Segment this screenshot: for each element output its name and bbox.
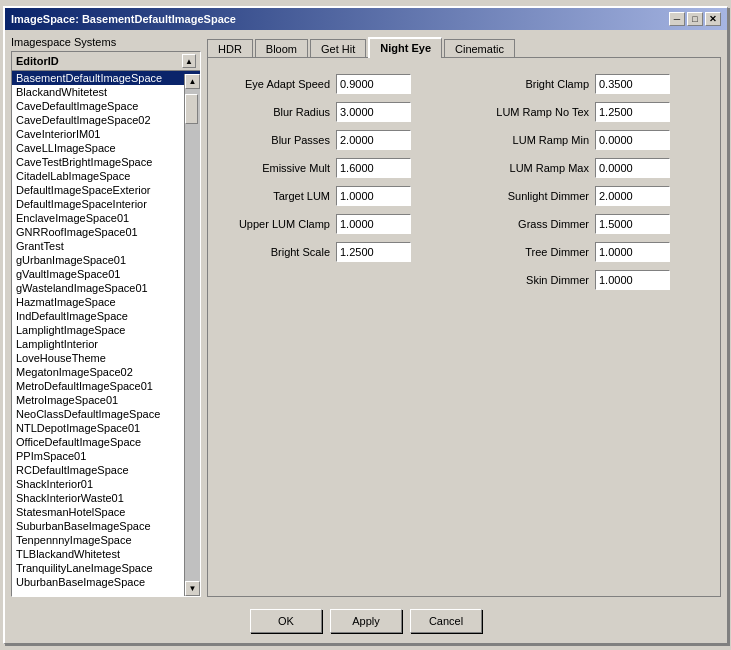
ok-button[interactable]: OK xyxy=(250,609,322,633)
list-item[interactable]: LamplightImageSpace xyxy=(12,323,200,337)
list-item[interactable]: CitadelLabImageSpace xyxy=(12,169,200,183)
list-item[interactable]: gWastelandImageSpace01 xyxy=(12,281,200,295)
field-input-lum-ramp-max[interactable] xyxy=(595,158,670,178)
list-item[interactable]: GNRRoofImageSpace01 xyxy=(12,225,200,239)
field-input-bright-scale[interactable] xyxy=(336,242,411,262)
form-row: Skin Dimmer xyxy=(479,270,708,290)
field-label-bright-scale: Bright Scale xyxy=(220,246,330,258)
form-row: LUM Ramp Min xyxy=(479,130,708,150)
list-item[interactable]: MetroDefaultImageSpace01 xyxy=(12,379,200,393)
field-label-tree-dimmer: Tree Dimmer xyxy=(479,246,589,258)
field-label-lum-ramp-max: LUM Ramp Max xyxy=(479,162,589,174)
form-left-column: Eye Adapt SpeedBlur RadiusBlur PassesEmi… xyxy=(220,74,449,298)
right-panel: HDRBloomGet HitNight EyeCinematic Eye Ad… xyxy=(207,36,721,597)
field-label-upper-lum-clamp: Upper LUM Clamp xyxy=(220,218,330,230)
list-item[interactable]: CaveLLImageSpace xyxy=(12,141,200,155)
field-input-eye-adapt-speed[interactable] xyxy=(336,74,411,94)
list-scroll-up-btn[interactable]: ▲ xyxy=(182,54,196,68)
panel-label: Imagespace Systems xyxy=(11,36,201,48)
field-input-skin-dimmer[interactable] xyxy=(595,270,670,290)
list-items: BasementDefaultImageSpaceBlackandWhitete… xyxy=(12,71,200,596)
field-label-grass-dimmer: Grass Dimmer xyxy=(479,218,589,230)
content-area: Imagespace Systems EditorID ▲ BasementDe… xyxy=(11,36,721,597)
scroll-track xyxy=(185,89,200,581)
list-item[interactable]: RCDefaultImageSpace xyxy=(12,463,200,477)
apply-button[interactable]: Apply xyxy=(330,609,402,633)
tab-bloom[interactable]: Bloom xyxy=(255,39,308,58)
list-item[interactable]: DefaultImageSpaceInterior xyxy=(12,197,200,211)
list-item[interactable]: IndDefaultImageSpace xyxy=(12,309,200,323)
list-item[interactable]: CaveInteriorIM01 xyxy=(12,127,200,141)
tab-content: Eye Adapt SpeedBlur RadiusBlur PassesEmi… xyxy=(207,57,721,597)
list-item[interactable]: NTLDepotImageSpace01 xyxy=(12,421,200,435)
list-item[interactable]: OfficeDefaultImageSpace xyxy=(12,435,200,449)
form-row: LUM Ramp Max xyxy=(479,158,708,178)
list-item[interactable]: GrantTest xyxy=(12,239,200,253)
list-item[interactable]: NeoClassDefaultImageSpace xyxy=(12,407,200,421)
field-input-blur-passes[interactable] xyxy=(336,130,411,150)
title-bar: ImageSpace: BasementDefaultImageSpace ─ … xyxy=(5,8,727,30)
window-title: ImageSpace: BasementDefaultImageSpace xyxy=(11,13,236,25)
list-item[interactable]: LoveHouseTheme xyxy=(12,351,200,365)
form-row: Upper LUM Clamp xyxy=(220,214,449,234)
tab-hdr[interactable]: HDR xyxy=(207,39,253,58)
list-item[interactable]: PPImSpace01 xyxy=(12,449,200,463)
scroll-down-btn[interactable]: ▼ xyxy=(185,581,200,596)
list-item[interactable]: BlackandWhitetest xyxy=(12,85,200,99)
field-input-lum-ramp-no-tex[interactable] xyxy=(595,102,670,122)
field-input-target-lum[interactable] xyxy=(336,186,411,206)
field-input-bright-clamp[interactable] xyxy=(595,74,670,94)
tab-night-eye[interactable]: Night Eye xyxy=(368,37,442,58)
field-label-lum-ramp-no-tex: LUM Ramp No Tex xyxy=(479,106,589,118)
form-grid: Eye Adapt SpeedBlur RadiusBlur PassesEmi… xyxy=(220,74,708,298)
tab-cinematic[interactable]: Cinematic xyxy=(444,39,515,58)
form-row: Eye Adapt Speed xyxy=(220,74,449,94)
close-button[interactable]: ✕ xyxy=(705,12,721,26)
form-row: Grass Dimmer xyxy=(479,214,708,234)
list-item[interactable]: TranquilityLaneImageSpace xyxy=(12,561,200,575)
list-item[interactable]: ShackInterior01 xyxy=(12,477,200,491)
list-item[interactable]: gUrbanImageSpace01 xyxy=(12,253,200,267)
field-input-lum-ramp-min[interactable] xyxy=(595,130,670,150)
field-input-blur-radius[interactable] xyxy=(336,102,411,122)
list-item[interactable]: gVaultImageSpace01 xyxy=(12,267,200,281)
list-item[interactable]: CaveDefaultImageSpace xyxy=(12,99,200,113)
list-item[interactable]: ShackInteriorWaste01 xyxy=(12,491,200,505)
minimize-button[interactable]: ─ xyxy=(669,12,685,26)
list-item[interactable]: StatesmanHotelSpace xyxy=(12,505,200,519)
list-container: EditorID ▲ BasementDefaultImageSpaceBlac… xyxy=(11,51,201,597)
form-row: Blur Radius xyxy=(220,102,449,122)
field-input-grass-dimmer[interactable] xyxy=(595,214,670,234)
list-item[interactable]: HazmatImageSpace xyxy=(12,295,200,309)
field-label-eye-adapt-speed: Eye Adapt Speed xyxy=(220,78,330,90)
scrollbar: ▲ ▼ xyxy=(184,74,200,596)
list-item[interactable]: UburbanBaseImageSpace xyxy=(12,575,200,589)
list-item[interactable]: MegatonImageSpace02 xyxy=(12,365,200,379)
list-header: EditorID ▲ xyxy=(12,52,200,71)
field-input-upper-lum-clamp[interactable] xyxy=(336,214,411,234)
list-item[interactable]: CaveDefaultImageSpace02 xyxy=(12,113,200,127)
list-item[interactable]: EnclaveImageSpace01 xyxy=(12,211,200,225)
scroll-thumb[interactable] xyxy=(185,94,198,124)
field-label-skin-dimmer: Skin Dimmer xyxy=(479,274,589,286)
field-input-tree-dimmer[interactable] xyxy=(595,242,670,262)
list-item[interactable]: TLBlackandWhitetest xyxy=(12,547,200,561)
scroll-up-btn[interactable]: ▲ xyxy=(185,74,200,89)
form-row: Target LUM xyxy=(220,186,449,206)
field-input-emissive-mult[interactable] xyxy=(336,158,411,178)
field-input-sunlight-dimmer[interactable] xyxy=(595,186,670,206)
field-label-target-lum: Target LUM xyxy=(220,190,330,202)
tab-get-hit[interactable]: Get Hit xyxy=(310,39,366,58)
list-item[interactable]: LamplightInterior xyxy=(12,337,200,351)
list-item[interactable]: CaveTestBrightImageSpace xyxy=(12,155,200,169)
maximize-button[interactable]: □ xyxy=(687,12,703,26)
list-item[interactable]: TenpennnyImageSpace xyxy=(12,533,200,547)
list-item[interactable]: DefaultImageSpaceExterior xyxy=(12,183,200,197)
window-body: Imagespace Systems EditorID ▲ BasementDe… xyxy=(5,30,727,643)
cancel-button[interactable]: Cancel xyxy=(410,609,482,633)
main-window: ImageSpace: BasementDefaultImageSpace ─ … xyxy=(3,6,728,644)
list-item[interactable]: MetroImageSpace01 xyxy=(12,393,200,407)
left-panel: Imagespace Systems EditorID ▲ BasementDe… xyxy=(11,36,201,597)
list-item[interactable]: BasementDefaultImageSpace xyxy=(12,71,200,85)
list-item[interactable]: SuburbanBaseImageSpace xyxy=(12,519,200,533)
